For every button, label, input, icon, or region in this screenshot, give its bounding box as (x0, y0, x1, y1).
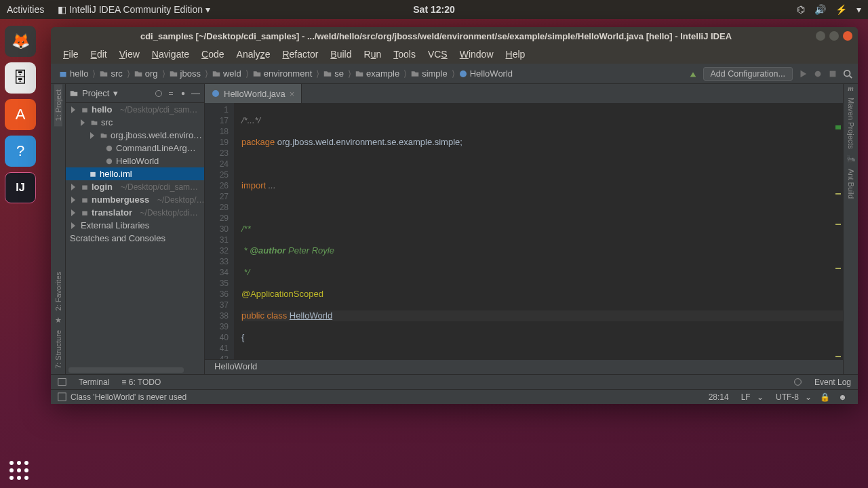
power-icon[interactable]: ▾ (856, 4, 861, 15)
close-button[interactable] (843, 31, 852, 41)
caret-position[interactable]: 28:14 (705, 392, 733, 402)
show-applications-button[interactable] (9, 461, 28, 480)
line-separator[interactable]: LF ⌄ (733, 392, 768, 402)
tree-selected-item: hello.iml (66, 167, 204, 180)
build-icon[interactable] (688, 69, 698, 79)
menu-edit[interactable]: Edit (85, 47, 113, 61)
lock-icon[interactable]: 🔒 (816, 392, 834, 402)
left-tool-stripe: 1: Project 2: Favorites ★ 7: Structure (51, 84, 66, 374)
launcher-help[interactable]: ? (5, 136, 36, 167)
project-tool-window: Project ▾ — hello ~/Desktop/cdi_sam… src… (66, 84, 205, 374)
tool-todo-tab[interactable]: ≡ 6: TODO (121, 378, 161, 387)
tool-ant-tab[interactable]: Ant Build (847, 163, 855, 204)
settings-icon[interactable] (179, 89, 187, 98)
launcher-firefox[interactable]: 🦊 (5, 26, 36, 57)
file-encoding[interactable]: UTF-8 ⌄ (768, 392, 816, 402)
collapse-icon[interactable] (167, 89, 175, 98)
breadcrumb-item[interactable]: HelloWorld (456, 68, 515, 79)
editor: HelloWorld.java × 1171819232425262728293… (205, 84, 843, 374)
menu-run[interactable]: Run (359, 47, 387, 61)
tool-project-tab[interactable]: 1: Project (54, 84, 62, 126)
svg-point-14 (212, 90, 219, 97)
breadcrumb-item[interactable]: example (353, 68, 402, 79)
network-icon[interactable]: ⌬ (797, 4, 805, 15)
svg-rect-3 (830, 70, 836, 77)
breadcrumb-item[interactable]: hello (56, 68, 91, 79)
debug-icon[interactable] (813, 69, 823, 79)
window-title: cdi_samples [~/Desktop/cdi_samples] - ..… (56, 31, 816, 41)
close-tab-icon[interactable]: × (290, 89, 295, 99)
hide-tool-button[interactable]: — (191, 88, 200, 98)
right-tool-stripe: m Maven Projects 🐜 Ant Build (843, 84, 858, 374)
menu-build[interactable]: Build (325, 47, 357, 61)
svg-point-9 (106, 158, 112, 163)
tool-terminal-tab[interactable]: Terminal (79, 378, 109, 387)
launcher-files[interactable]: 🗄 (5, 62, 36, 94)
window-titlebar[interactable]: cdi_samples [~/Desktop/cdi_samples] - ..… (51, 27, 858, 45)
breadcrumb-item[interactable]: se (321, 68, 347, 79)
stop-icon[interactable] (828, 69, 837, 79)
run-config-combo[interactable]: Add Configuration... (703, 67, 793, 81)
breadcrumb-item[interactable]: weld (210, 68, 244, 79)
sound-icon[interactable]: 🔊 (814, 4, 826, 15)
menu-code[interactable]: Code (196, 47, 229, 61)
menu-window[interactable]: Window (454, 47, 499, 61)
svg-point-4 (844, 70, 850, 76)
minimize-button[interactable] (816, 31, 825, 41)
menu-vcs[interactable]: VCS (422, 47, 453, 61)
breadcrumb-item[interactable]: org (132, 68, 161, 79)
battery-icon[interactable]: ⚡ (835, 4, 847, 15)
tool-maven-tab[interactable]: Maven Projects (847, 92, 855, 155)
svg-point-16 (795, 379, 802, 386)
ide-window: cdi_samples [~/Desktop/cdi_samples] - ..… (51, 27, 858, 404)
menu-file[interactable]: File (58, 47, 84, 61)
app-menu[interactable]: ◧ IntelliJ IDEA Community Edition ▾ (58, 4, 210, 15)
locate-icon[interactable] (155, 89, 163, 98)
project-view-mode[interactable]: Project (82, 88, 109, 98)
breadcrumb-bar[interactable]: HelloWorld (205, 359, 843, 374)
activities-button[interactable]: Activities (7, 4, 44, 15)
tool-windows-icon[interactable] (58, 392, 66, 401)
svg-point-6 (182, 92, 185, 95)
tool-structure-tab[interactable]: 7: Structure (54, 325, 62, 374)
svg-rect-10 (90, 171, 96, 176)
menu-help[interactable]: Help (500, 47, 531, 61)
svg-point-1 (460, 70, 467, 77)
breadcrumb-item[interactable]: src (97, 68, 125, 79)
editor-gutter[interactable]: 1171819232425262728293031323334353637383… (205, 103, 235, 359)
error-stripe[interactable] (835, 125, 841, 374)
os-clock[interactable]: Sat 12:20 (413, 4, 454, 15)
svg-point-2 (815, 70, 821, 77)
editor-tabs: HelloWorld.java × (205, 84, 843, 103)
maximize-button[interactable] (829, 31, 839, 41)
menu-bar[interactable]: File Edit View Navigate Code Analyze Ref… (51, 45, 858, 64)
svg-point-8 (106, 145, 112, 150)
svg-rect-0 (60, 72, 66, 77)
menu-tools[interactable]: Tools (388, 47, 421, 61)
menu-navigate[interactable]: Navigate (146, 47, 195, 61)
svg-rect-7 (82, 108, 87, 112)
svg-rect-13 (82, 211, 87, 215)
launcher-intellij[interactable]: IJ (5, 172, 36, 203)
search-everywhere-icon[interactable] (843, 69, 852, 79)
tree-scrollbar[interactable] (68, 367, 184, 373)
menu-analyze[interactable]: Analyze (231, 47, 276, 61)
menu-refactor[interactable]: Refactor (277, 47, 323, 61)
editor-tab[interactable]: HelloWorld.java × (205, 84, 302, 103)
run-icon[interactable] (798, 69, 808, 79)
project-tree[interactable]: hello ~/Desktop/cdi_sam… src org.jboss.w… (66, 103, 204, 374)
tool-favorites-tab[interactable]: 2: Favorites (54, 266, 62, 316)
svg-rect-11 (82, 185, 87, 189)
svg-rect-15 (58, 379, 66, 386)
svg-point-5 (156, 90, 162, 96)
launcher-software[interactable]: A (5, 99, 36, 130)
breadcrumb-item[interactable]: jboss (167, 68, 203, 79)
breadcrumb-item[interactable]: environment (250, 68, 315, 79)
breadcrumb-item[interactable]: simple (408, 68, 450, 79)
code-area[interactable]: /*...*/ package org.jboss.weld.environme… (235, 103, 843, 359)
hector-icon[interactable]: ☻ (834, 392, 851, 402)
menu-view[interactable]: View (114, 47, 145, 61)
svg-rect-12 (82, 198, 87, 202)
star-icon: ★ (55, 316, 62, 325)
tool-eventlog-tab[interactable]: Event Log (814, 378, 851, 387)
